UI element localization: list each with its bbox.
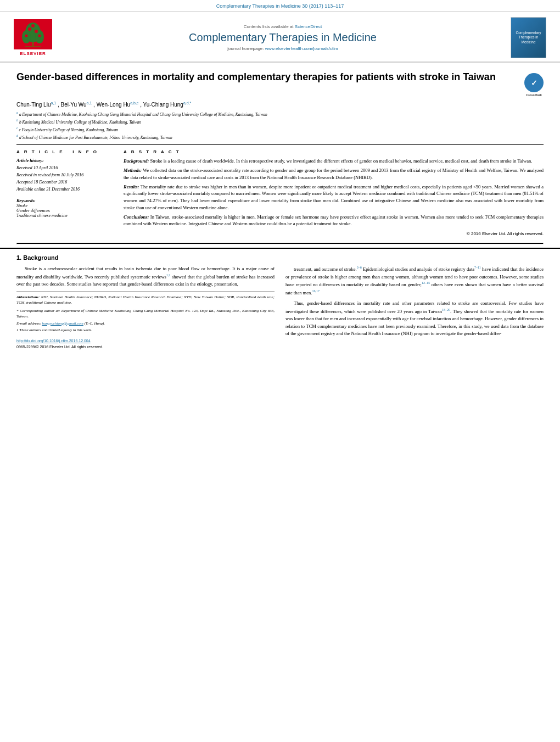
page: Complementary Therapies in Medicine 30 (… [0,0,560,742]
copyright-line: © 2016 Elsevier Ltd. All rights reserved… [124,231,544,237]
abstract-methods: Methods: We collected data on the stroke… [124,167,544,181]
methods-label: Methods: [124,168,142,173]
abstract-column: A B S T R A C T Background: Stroke is a … [124,149,544,237]
revised-date: Received in revised form 10 July 2016 [16,172,113,179]
elsevier-logo-image [14,19,52,49]
cover-image: Complementary Therapies in Medicine [511,17,546,58]
crossmark-block: ✓ CrossMark [524,73,544,97]
svg-point-4 [28,27,31,31]
available-date: Available online 31 December 2016 [16,186,113,193]
background-label: Background: [124,158,149,164]
affiliation-d: d d School of Chinese Medicine for Post … [16,133,544,141]
email-link[interactable]: hungyuchiang@gmail.com [42,321,83,326]
journal-reference-bar: Complementary Therapies in Medicine 30 (… [0,0,560,12]
issn-line: 0965-2299/© 2016 Elsevier Ltd. All right… [16,344,275,350]
abstract-results: Results: The mortality rate due to strok… [124,183,544,211]
accepted-date: Accepted 18 December 2016 [16,179,113,186]
keyword-stroke: Stroke [16,203,113,208]
authors-line: Chun-Ting Liua,1 , Bei-Yu Wua,1 , Wen-Lo… [16,101,544,108]
results-label: Results: [124,184,139,189]
svg-point-7 [25,34,28,37]
abbreviations: Abbreviations: NHI, National Health Insu… [16,294,275,306]
svg-rect-9 [25,46,41,47]
body-left-para1: Stroke is a cerebrovascular accident tha… [16,265,275,288]
contents-line: Contents lists available at ScienceDirec… [66,24,500,29]
abstract-header: A B S T R A C T [124,149,544,154]
sciencedirect-link[interactable]: ScienceDirect [295,24,322,29]
email-note: E-mail address: hungyuchiang@gmail.com (… [16,321,275,327]
svg-point-8 [38,34,41,37]
journal-homepage-link[interactable]: www.elsevierhealth.com/journals/ctim [265,46,338,51]
corresponding-note: * Corresponding author at: Department of… [16,308,275,320]
footnotes: Abbreviations: NHI, National Health Insu… [16,292,275,333]
article-info-header: A R T I C L E I N F O [16,149,113,154]
article-history-label: Article history: [16,158,113,165]
article-history-block: Article history: Received 10 April 2016 … [16,158,113,193]
article-title: Gender-based differences in mortality an… [16,71,519,83]
svg-point-5 [35,30,38,33]
body-right-para2: Thus, gender-based differences in mortal… [285,300,544,338]
crossmark-icon: ✓ [524,73,544,92]
journal-header: ELSEVIER Contents lists available at Sci… [0,12,560,63]
doi-line: http://dx.doi.org/10.1016/j.ctim.2016.12… [16,338,275,344]
journal-name: Complementary Therapies in Medicine [66,31,500,44]
keywords-block: Keywords: Stroke Gender differences Trad… [16,198,113,218]
abstract-background: Background: Stroke is a leading cause of… [124,158,544,165]
body-left-column: Stroke is a cerebrovascular accident tha… [16,265,275,350]
affiliation-a: a a Department of Chinese Medicine, Kaoh… [16,110,544,118]
affiliation-c: c c Fooyin University College of Nursing… [16,126,544,133]
conclusions-label: Conclusions: [124,214,149,220]
body-right-column: treatment, and outcome of stroke.3–6 Epi… [285,265,544,350]
journal-homepage: journal homepage: www.elsevierhealth.com… [66,46,500,51]
keyword-gender: Gender differences [16,208,113,213]
received-date: Received 10 April 2016 [16,165,113,172]
section-1-title: 1. Background [16,254,544,261]
abstract-conclusions: Conclusions: In Taiwan, stroke-associate… [124,214,544,228]
body-right-para1: treatment, and outcome of stroke.3–6 Epi… [285,265,544,297]
article-content: Gender-based differences in mortality an… [0,63,560,243]
body-columns: Stroke is a cerebrovascular accident tha… [16,265,544,350]
equal-contrib-note: 1 These authors contributed equally to t… [16,327,275,333]
body-section: 1. Background Stroke is a cerebrovascula… [0,248,560,355]
elsevier-logo-block: ELSEVIER [11,19,55,56]
keyword-tcm: Traditional chinese medicine [16,213,113,218]
doi-link[interactable]: http://dx.doi.org/10.1016/j.ctim.2016.12… [16,339,91,343]
article-title-section: Gender-based differences in mortality an… [16,71,544,97]
affiliation-b: b b Kaohsiung Medical University College… [16,118,544,125]
methods-text: We collected data on the stroke-associat… [124,168,544,180]
article-info-column: A R T I C L E I N F O Article history: R… [16,149,113,237]
affiliations: a a Department of Chinese Medicine, Kaoh… [16,110,544,140]
crossmark-label: CrossMark [524,93,544,97]
conclusions-text: In Taiwan, stroke-associated mortality i… [124,214,544,227]
info-abstract-columns: A R T I C L E I N F O Article history: R… [16,149,544,237]
keywords-label: Keywords: [16,198,113,203]
svg-point-6 [31,24,35,27]
background-text: Stroke is a leading cause of death world… [150,158,532,164]
elsevier-tree-icon [14,20,52,49]
divider-2 [16,243,544,244]
journal-cover: Complementary Therapies in Medicine [511,17,549,58]
abstract-text: Background: Stroke is a leading cause of… [124,158,544,237]
elsevier-text: ELSEVIER [20,51,46,56]
journal-reference: Complementary Therapies in Medicine 30 (… [216,3,344,9]
divider-1 [16,144,544,145]
footer-links: http://dx.doi.org/10.1016/j.ctim.2016.12… [16,338,275,350]
journal-title-block: Contents lists available at ScienceDirec… [55,24,511,51]
results-text: The mortality rate due to stroke was hig… [124,184,544,210]
